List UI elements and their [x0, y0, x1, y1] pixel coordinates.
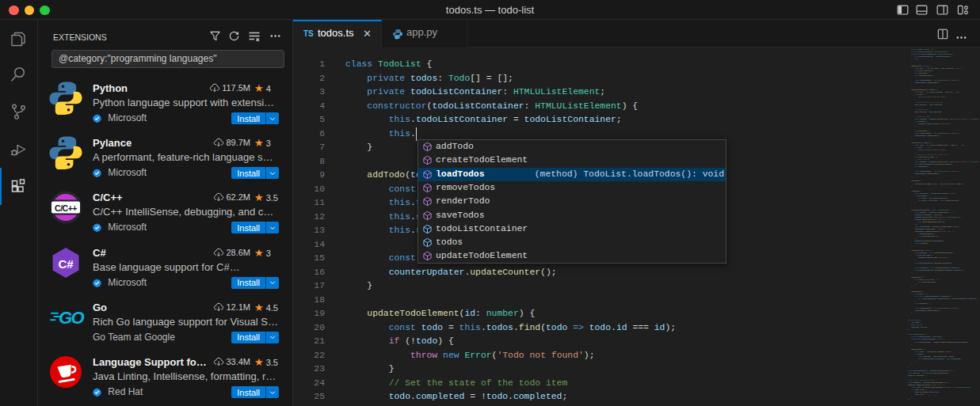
svg-text:C#: C#: [58, 256, 74, 270]
svg-text:C/C++: C/C++: [55, 203, 77, 213]
svg-text:GO: GO: [59, 308, 85, 328]
